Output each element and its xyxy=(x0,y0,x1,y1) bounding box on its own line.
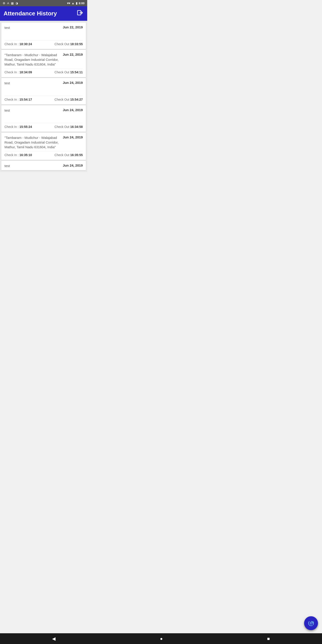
checkout-time-5: 16:35:55 xyxy=(70,153,83,157)
card-footer-3: Check In : 15:54:17 Check Out 15:54:27 xyxy=(4,96,83,101)
checkin-label-5: Check In : xyxy=(4,153,18,157)
card-footer-5: Check In : 16:35:10 Check Out 16:35:55 xyxy=(4,151,83,157)
checkout-time-3: 15:54:27 xyxy=(70,98,83,101)
checkout-label-4: Check Out xyxy=(54,125,69,128)
checkout-3: Check Out 15:54:27 xyxy=(54,98,83,101)
page-title: Attendance History xyxy=(4,10,57,17)
checkout-label-5: Check Out xyxy=(54,153,69,157)
card-footer-2: Check In : 18:34:09 Check Out 15:54:11 xyxy=(4,68,83,74)
card-header-4: test Jun 24, 2019 xyxy=(4,108,83,113)
app-bar: Attendance History xyxy=(0,6,87,21)
checkin-label-1: Check In : xyxy=(4,42,18,46)
checkin-label-3: Check In : xyxy=(4,98,18,101)
checkout-time-1: 18:33:55 xyxy=(70,42,83,46)
checkin-label-2: Check In : xyxy=(4,70,18,74)
checkin-time-5: 16:35:10 xyxy=(20,153,32,157)
status-icons-left: ⚙ A ▦ ◑ xyxy=(3,2,18,5)
checkin-5: Check In : 16:35:10 xyxy=(4,153,32,157)
status-icons-right: ▾▾ ▲ ▮ 8:00 xyxy=(67,2,84,5)
checkin-4: Check In : 15:55:24 xyxy=(4,125,32,128)
location-2: "Tambaram - Mudichur - Walajabad Road, O… xyxy=(4,52,60,67)
date-1: Jun 22, 2019 xyxy=(63,25,83,29)
attendance-card-1: test Jun 22, 2019 Check In : 18:30:24 Ch… xyxy=(1,22,86,49)
date-4: Jun 24, 2019 xyxy=(63,108,83,112)
location-1: test xyxy=(4,25,60,30)
attendance-card-2: "Tambaram - Mudichur - Walajabad Road, O… xyxy=(1,50,86,77)
date-3: Jun 24, 2019 xyxy=(63,81,83,84)
card-header-3: test Jun 24, 2019 xyxy=(4,81,83,86)
signal-bars-icon: ▲ xyxy=(72,2,74,5)
checkout-time-2: 15:54:11 xyxy=(70,70,83,74)
battery-icon: ▮ xyxy=(76,2,77,5)
attendance-card-3: test Jun 24, 2019 Check In : 15:54:17 Ch… xyxy=(1,78,86,104)
date-6: Jun 24, 2019 xyxy=(63,164,83,168)
attendance-card-5: "Tambaram - Mudichur - Walajabad Road, O… xyxy=(1,132,86,160)
checkin-time-1: 18:30:24 xyxy=(20,42,32,46)
location-4: test xyxy=(4,108,60,113)
checkout-label-1: Check Out xyxy=(54,42,69,46)
card-footer-4: Check In : 15:55:24 Check Out 16:34:58 xyxy=(4,123,83,128)
wifi-icon: ▾▾ xyxy=(67,2,70,5)
logout-button[interactable] xyxy=(77,10,84,18)
checkin-label-4: Check In : xyxy=(4,125,18,128)
checkin-1: Check In : 18:30:24 xyxy=(4,42,32,46)
time-display: 8:00 xyxy=(79,2,84,5)
card-header-5: "Tambaram - Mudichur - Walajabad Road, O… xyxy=(4,135,83,149)
checkout-label-2: Check Out xyxy=(54,70,69,74)
checkin-3: Check In : 15:54:17 xyxy=(4,98,32,101)
checkout-4: Check Out 16:34:58 xyxy=(54,125,83,128)
checkin-time-4: 15:55:24 xyxy=(20,125,32,128)
location-3: test xyxy=(4,81,60,86)
card-header-1: test Jun 22, 2019 xyxy=(4,25,83,30)
checkin-time-3: 15:54:17 xyxy=(20,98,32,101)
location-6: test xyxy=(4,164,60,168)
checkin-2: Check In : 18:34:09 xyxy=(4,70,32,74)
checkin-time-2: 18:34:09 xyxy=(20,70,32,74)
checkout-label-3: Check Out xyxy=(54,98,69,101)
checkout-time-4: 16:34:58 xyxy=(70,125,83,128)
clipboard-icon: ▦ xyxy=(11,2,14,5)
text-icon: A xyxy=(7,2,9,5)
card-footer-1: Check In : 18:30:24 Check Out 18:33:55 xyxy=(4,40,83,46)
signal-icon: ◑ xyxy=(16,2,18,5)
settings-icon: ⚙ xyxy=(3,2,5,5)
status-bar: ⚙ A ▦ ◑ ▾▾ ▲ ▮ 8:00 xyxy=(0,0,87,6)
checkout-2: Check Out 15:54:11 xyxy=(54,70,83,74)
location-5: "Tambaram - Mudichur - Walajabad Road, O… xyxy=(4,135,60,149)
checkout-1: Check Out 18:33:55 xyxy=(54,42,83,46)
attendance-card-4: test Jun 24, 2019 Check In : 15:55:24 Ch… xyxy=(1,105,86,132)
attendance-card-6-partial: test Jun 24, 2019 xyxy=(1,161,86,170)
date-2: Jun 22, 2019 xyxy=(63,52,83,56)
card-header-2: "Tambaram - Mudichur - Walajabad Road, O… xyxy=(4,52,83,67)
card-header-6: test Jun 24, 2019 xyxy=(4,164,83,168)
content-area: test Jun 22, 2019 Check In : 18:30:24 Ch… xyxy=(0,21,87,172)
date-5: Jun 24, 2019 xyxy=(63,135,83,139)
checkout-5: Check Out 16:35:55 xyxy=(54,153,83,157)
